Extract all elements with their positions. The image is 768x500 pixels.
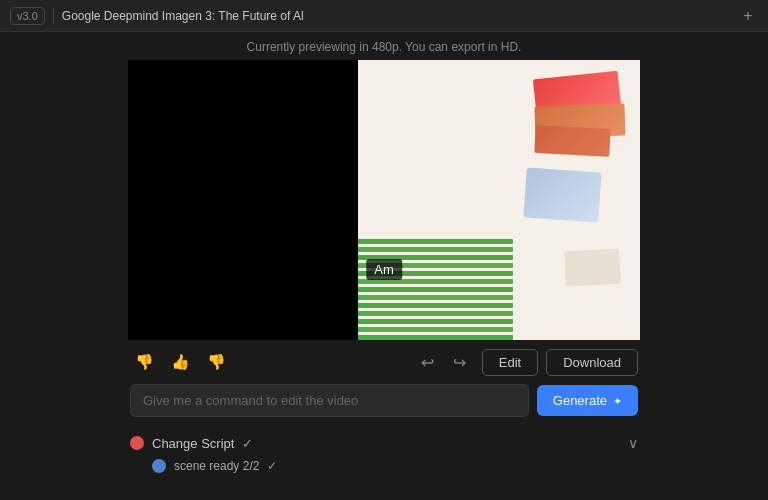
thumbs-down-button[interactable]: 👎 [130, 348, 158, 376]
script-check-icon: ✓ [242, 436, 253, 451]
green-page-7 [358, 287, 513, 292]
top-papers [535, 75, 625, 155]
green-page-12 [358, 327, 513, 332]
dislike-icon: 👎 [207, 353, 226, 371]
top-bar: v3.0 Google Deepmind Imagen 3: The Futur… [0, 0, 768, 32]
green-stack [358, 239, 513, 340]
video-player[interactable]: Am 00:00 / 01:01 465 [128, 60, 640, 340]
script-label: Change Script [152, 436, 234, 451]
video-frame: Am [128, 60, 640, 340]
edit-button[interactable]: Edit [482, 349, 538, 376]
thumbs-up-icon: 👍 [171, 353, 190, 371]
action-bar: 👎 👍 👎 ↩ ↪ Edit Download [0, 340, 768, 384]
undo-button[interactable]: ↩ [414, 348, 442, 376]
green-page-2 [358, 247, 513, 252]
green-page-1 [358, 239, 513, 244]
video-wrapper: Am 00:00 / 01:01 465 [128, 60, 640, 340]
scene-row: scene ready 2/2 ✓ [130, 455, 638, 477]
add-tab-button[interactable]: + [738, 6, 758, 26]
subtitle-overlay: Am [366, 259, 402, 280]
undo-icon: ↩ [421, 353, 434, 372]
green-stack-area [358, 220, 640, 340]
collapse-icon[interactable]: ∨ [628, 435, 638, 451]
command-input[interactable] [130, 384, 529, 417]
generate-icon [613, 393, 622, 408]
blue-card [523, 167, 601, 222]
generate-button[interactable]: Generate [537, 385, 638, 416]
thumbs-down-icon: 👎 [135, 353, 154, 371]
scene-status-dot [152, 459, 166, 473]
green-page-11 [358, 319, 513, 324]
green-page-8 [358, 295, 513, 300]
undo-redo-group: ↩ ↪ [414, 348, 474, 376]
scene-check-icon: ✓ [267, 459, 277, 473]
tab-title: Google Deepmind Imagen 3: The Future of … [62, 9, 730, 23]
script-section: Change Script ✓ ∨ scene ready 2/2 ✓ [0, 427, 768, 481]
green-page-9 [358, 303, 513, 308]
command-bar: Generate [0, 384, 768, 417]
dislike-button[interactable]: 👎 [202, 348, 230, 376]
green-page-10 [358, 311, 513, 316]
salmon-paper [534, 125, 610, 157]
video-black-left [128, 60, 358, 340]
thumbs-up-button[interactable]: 👍 [166, 348, 194, 376]
divider [53, 8, 54, 24]
preview-notice: Currently previewing in 480p. You can ex… [0, 32, 768, 60]
redo-button[interactable]: ↪ [446, 348, 474, 376]
video-content-area [358, 60, 640, 340]
version-badge: v3.0 [10, 7, 45, 25]
scene-label: scene ready 2/2 [174, 459, 259, 473]
redo-icon: ↪ [453, 353, 466, 372]
cream-card [564, 249, 621, 287]
script-header[interactable]: Change Script ✓ ∨ [130, 431, 638, 455]
green-page-13 [358, 335, 513, 340]
script-status-dot [130, 436, 144, 450]
download-button[interactable]: Download [546, 349, 638, 376]
